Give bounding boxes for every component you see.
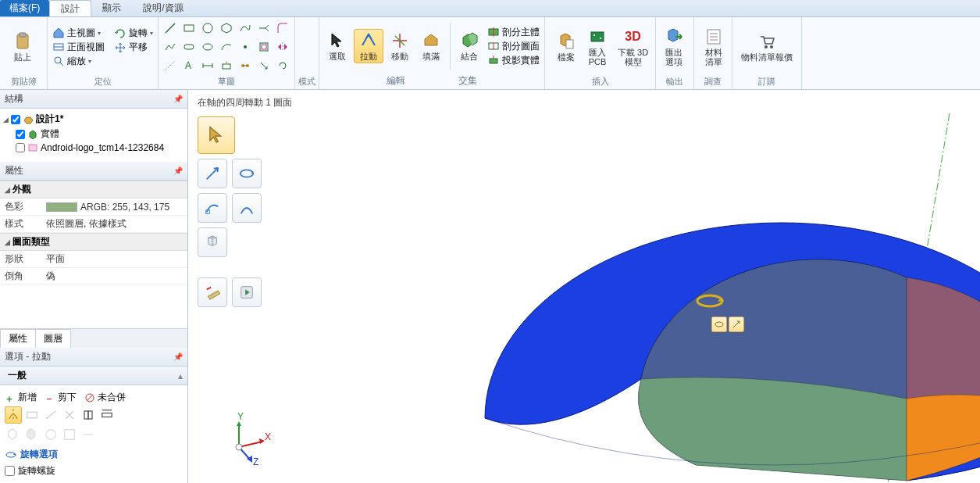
opt-nomerge[interactable]: 未合併	[84, 391, 126, 404]
threeD-icon: 3D	[624, 27, 643, 46]
pull-button[interactable]: 拉動	[354, 29, 383, 63]
cursor-icon	[328, 31, 347, 50]
helix-check[interactable]: 旋轉螺旋	[5, 464, 55, 478]
vp-arrow[interactable]	[198, 159, 227, 188]
prop-shape[interactable]: 形狀 平面	[0, 251, 187, 268]
export-button[interactable]: 匯出 選項	[659, 25, 689, 69]
download-3d[interactable]: 3D 下載 3D 模型	[614, 25, 652, 69]
zoom-view[interactable]: 縮放▾	[51, 55, 106, 68]
dim-icon[interactable]	[199, 57, 216, 74]
prop-chamfer[interactable]: 倒角 偽	[0, 268, 187, 285]
opt-t5[interactable]	[98, 406, 116, 424]
vp-sweep[interactable]	[198, 193, 227, 223]
options-body: ＋新增 －剪下 未合併 旋轉選項	[0, 385, 187, 483]
tree-image[interactable]: Android-logo_tcm14-1232684	[2, 141, 186, 154]
cart-icon	[757, 32, 776, 51]
rect-icon[interactable]	[180, 20, 198, 37]
group-edit: 選取 拉動 移動 填滿 結合 剖分主體 剖分圖面 投影實體	[319, 17, 545, 89]
file-menu[interactable]: 檔案(F)	[0, 0, 49, 16]
slot-icon[interactable]	[180, 38, 198, 55]
image-check[interactable]	[16, 143, 25, 152]
polyline-icon[interactable]	[162, 38, 179, 55]
pin-icon-2[interactable]: 📌	[173, 166, 183, 175]
home-view[interactable]: 主視圖▾	[51, 27, 106, 40]
vp-revolve[interactable]	[232, 159, 262, 188]
badge-arrow-icon[interactable]	[729, 317, 744, 332]
prop-style[interactable]: 樣式 依照圖層, 依據樣式	[0, 216, 187, 233]
badge-revolve-icon[interactable]	[711, 317, 727, 332]
prop-color[interactable]: 色彩 ARGB: 255, 143, 175	[0, 199, 187, 216]
construct-icon[interactable]	[162, 57, 179, 74]
bom-icon	[704, 27, 723, 46]
project-body[interactable]: 投影實體	[486, 54, 541, 67]
pin-icon-3[interactable]: 📌	[173, 352, 183, 361]
circle-icon[interactable]	[199, 20, 216, 37]
paste-button[interactable]: 貼上	[3, 30, 42, 64]
vp-upto[interactable]	[198, 227, 227, 257]
opt-cut[interactable]: －剪下	[45, 391, 77, 404]
viewport[interactable]: 在軸的四周轉動 1 圖面	[188, 90, 980, 483]
rotate-view[interactable]: 旋轉▾	[112, 27, 155, 40]
split-face[interactable]: 剖分圖面	[486, 40, 541, 53]
rotate-options-head[interactable]: 旋轉選項	[5, 448, 183, 461]
pan-view[interactable]: 平移	[112, 41, 155, 54]
project-icon[interactable]	[218, 57, 235, 74]
tab-props[interactable]: 屬性	[0, 329, 36, 348]
root-check[interactable]	[11, 115, 20, 124]
constraint-icon[interactable]	[237, 57, 254, 74]
move2d-icon[interactable]	[255, 57, 273, 74]
bom-button[interactable]: 材料 清單	[699, 25, 729, 69]
front-view[interactable]: 正面視圖	[51, 41, 106, 54]
import-pcb[interactable]: 匯入 PCB	[583, 25, 612, 69]
tree-root[interactable]: ◢ 設計1*	[2, 112, 186, 127]
spline-icon[interactable]	[237, 20, 254, 37]
tab-design[interactable]: 設計	[49, 0, 91, 16]
arc-icon[interactable]	[218, 38, 235, 55]
options-general-head[interactable]: 一般 ▴	[0, 367, 187, 385]
vp-ruler[interactable]	[198, 277, 227, 307]
quote-button[interactable]: 物料清單報價	[736, 30, 798, 64]
svg-point-16	[244, 45, 247, 48]
select-button[interactable]: 選取	[323, 29, 352, 63]
tab-help[interactable]: 說明/資源	[132, 0, 194, 16]
offset-icon[interactable]	[255, 38, 273, 55]
vp-draft[interactable]	[232, 193, 262, 223]
opt-revolve-icon[interactable]	[5, 406, 22, 424]
rotate2d-icon[interactable]	[274, 57, 291, 74]
pull-icon	[359, 31, 378, 50]
tab-display[interactable]: 顯示	[91, 0, 132, 16]
line-icon[interactable]	[162, 20, 179, 37]
point-icon[interactable]	[237, 38, 254, 55]
rotate-handle[interactable]	[694, 292, 725, 313]
section-facetype[interactable]: 圖面類型	[0, 233, 187, 251]
tab-layers[interactable]: 圖層	[35, 329, 71, 348]
fill-button[interactable]: 填滿	[416, 29, 446, 63]
svg-rect-34	[490, 59, 497, 63]
combine-button[interactable]: 結合	[454, 29, 484, 63]
svg-line-9	[60, 63, 63, 66]
opt-t4[interactable]	[80, 406, 97, 424]
vp-play[interactable]	[232, 277, 262, 307]
opt-add[interactable]: ＋新增	[5, 391, 37, 404]
project-body-icon	[487, 54, 500, 66]
mini-badges	[711, 317, 744, 332]
paste-label: 貼上	[14, 52, 31, 62]
minus-icon: －	[45, 392, 55, 403]
mirror-icon[interactable]	[274, 38, 291, 55]
color-swatch	[46, 202, 77, 212]
ellipse-icon[interactable]	[199, 38, 216, 55]
split-body[interactable]: 剖分主體	[486, 26, 541, 39]
section-appearance[interactable]: 外觀	[0, 181, 187, 199]
tree-solid[interactable]: 實體	[2, 127, 186, 141]
hex-icon[interactable]	[218, 20, 235, 37]
trim-icon[interactable]	[255, 20, 273, 37]
solid-check[interactable]	[16, 130, 25, 139]
opt-t3	[61, 406, 78, 424]
fillet2d-icon[interactable]	[274, 20, 291, 37]
vp-select[interactable]	[198, 116, 235, 154]
pin-icon[interactable]: 📌	[173, 95, 183, 103]
svg-text:A: A	[185, 60, 191, 71]
insert-file[interactable]: 檔案	[551, 30, 581, 64]
move-button[interactable]: 移動	[385, 29, 415, 63]
text-icon[interactable]: A	[180, 57, 198, 74]
